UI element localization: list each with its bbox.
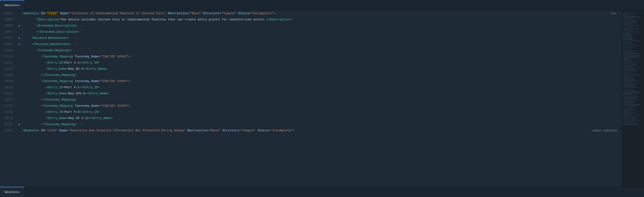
minimap-line [623,17,636,18]
minimap-line [623,35,633,36]
minimap-line [623,117,637,117]
token-angle: > [66,116,68,120]
minimap-line [623,99,632,99]
minimap-line [623,61,640,61]
minimap-line [623,102,635,103]
token-attr-name: Taxonomy_Name [74,79,98,83]
minimap-line [623,26,640,26]
minimap-line [623,40,640,40]
token-ellipsis: ··· [69,36,76,40]
minimap-line [623,76,630,77]
token-plain: = [239,129,241,132]
bottom-tab-weakness[interactable]: Weakness [0,187,24,197]
token-text-content: The device includes chicken bits or undo… [60,18,266,21]
minimap-content [622,10,641,126]
tab-weakness-label: Weakness [5,3,20,7]
minimap-line [623,82,634,83]
minimap-line [623,84,636,85]
minimap-line [623,82,632,82]
minimap-line [623,43,632,43]
line-content: </Taxonomy_Mapping> ··· [22,121,617,128]
table-row: 19737►</Taxonomy_Mapping> ··· [0,121,622,128]
line-content: <Related_Weaknesses> ··· [22,35,617,41]
line-content: </Taxonomy_Mapping> [22,72,617,78]
token-angle: > [74,98,76,101]
user-label: compas-tombing70 [592,129,617,132]
minimap-line [623,116,633,116]
token-tag: Taxonomy_Mapping [45,123,75,126]
token-attr-value: "Base" [209,129,220,132]
token-plain: = [249,12,251,15]
minimap-line [623,66,632,67]
line-content: <Entry_ID>Part 4-2</Entry_ID> [22,109,617,115]
table-row: 19732<Entry_Name>Req SVV-3</Entry_Name> [0,91,622,97]
minimap-line [623,118,636,118]
tab-weakness[interactable]: Weakness [0,0,24,10]
token-attr-value: "ISA/IEC 62443" [101,55,128,58]
user-label: You, [611,12,617,15]
token-space [166,12,168,15]
minimap-line [623,90,635,91]
token-plain: = [269,129,270,132]
minimap-line [623,30,638,31]
token-angle: > [63,110,64,114]
token-attr-name: Status [258,129,269,132]
minimap-line [623,28,639,29]
token-angle: > [273,12,275,15]
minimap-line [623,26,632,27]
token-attr-name: Abstraction [187,129,208,132]
minimap-line [623,98,636,98]
line-number: 19734 [0,104,16,108]
minimap-line [623,114,630,115]
minimap-line [623,69,634,70]
table-row: 19727<Entry_ID>Part 4-1</Entry_ID> [0,60,622,66]
line-gutter[interactable]: ► [16,43,22,46]
table-row: 19725<Taxonomy_Mappings> [0,47,622,54]
line-gutter[interactable]: ► [16,123,22,126]
minimap-line [623,77,633,77]
token-text-content: Req SVV-3 [68,92,85,95]
token-attr-name: ID [41,12,45,15]
minimap-line [623,27,634,28]
line-number: 19725 [0,49,16,52]
line-content: <Taxonomy_Mappings> [22,47,617,54]
line-number: 19730 [0,80,16,83]
minimap-line [623,73,636,74]
minimap-line [623,16,640,17]
line-gutter[interactable]: ► [16,24,22,27]
token-angle: < [36,49,38,52]
line-content: <Weakness ID="1243" Name="Sensitive Non-… [22,128,617,134]
token-attr-name: Status [238,12,249,15]
token-angle: > [76,24,78,27]
token-space [220,129,222,132]
token-angle: < [46,92,48,95]
minimap-line [623,19,640,20]
minimap-line [623,34,631,35]
minimap-line [623,64,637,65]
minimap-line [623,79,635,79]
line-content: <Taxonomy_Mapping Taxonomy_Name="ISA/IEC… [22,78,617,84]
minimap-line [623,52,632,53]
token-angle: < [46,116,48,120]
token-attr-value: "Incomplete" [251,12,274,15]
token-angle: > [98,86,100,89]
bottom-tab-weakness-label: Weakness [5,190,20,194]
token-angle: > [106,67,107,71]
lines-container[interactable]: 19667<Weakness ID="1242" Name="Inclusion… [0,10,622,187]
token-text-content: Req CR 2.12 [68,116,89,120]
token-tag: Taxonomy_Mapping [43,55,73,58]
token-angle: </ [32,42,36,46]
token-angle: </ [79,86,83,89]
token-tag: Taxonomy_Mapping [43,104,73,108]
line-content: </Taxonomy_Mapping> [22,97,617,103]
minimap-line [623,119,637,119]
minimap-line [623,48,632,49]
token-space [39,129,41,132]
content-area: 19667<Weakness ID="1242" Name="Inclusion… [0,10,644,187]
minimap-line [623,21,637,21]
token-space [256,129,258,132]
line-gutter[interactable]: ► [16,37,22,40]
minimap-line [623,87,638,88]
token-attr-value: "ISA/IEC 62443" [101,79,128,83]
token-angle: </ [41,98,45,101]
